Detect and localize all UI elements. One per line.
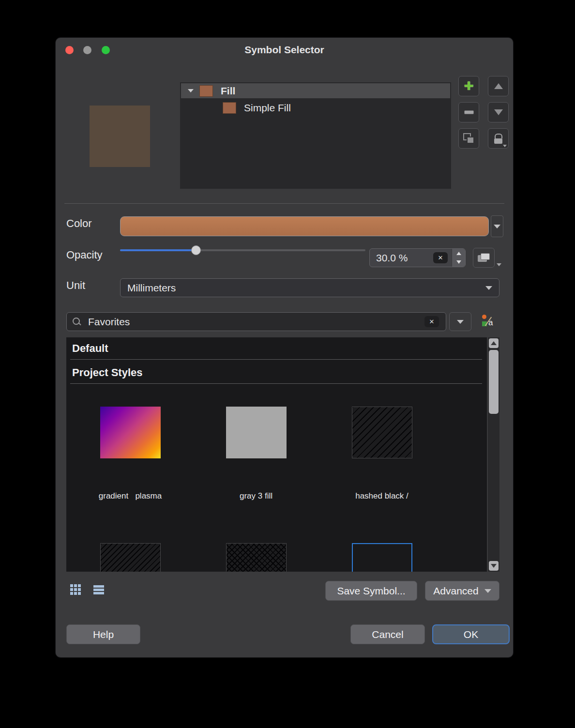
section-heading-default: Default	[72, 342, 108, 355]
style-item-gray-3-fill[interactable]	[226, 407, 287, 458]
opacity-value-field[interactable]: 30.0 % ✕	[370, 249, 452, 267]
expand-arrow-icon[interactable]	[188, 89, 194, 92]
marker-dot-icon	[482, 315, 486, 319]
unit-combobox[interactable]: Millimeters	[120, 278, 499, 297]
lock-icon	[494, 134, 502, 144]
advanced-button[interactable]: Advanced	[425, 581, 499, 601]
scroll-down-button[interactable]	[489, 561, 499, 571]
slider-fill	[120, 249, 196, 251]
lock-color-button[interactable]	[488, 128, 509, 149]
spinner-buttons	[452, 249, 465, 267]
tree-label-fill: Fill	[221, 85, 235, 97]
add-icon: ✚	[464, 80, 473, 92]
icon-view-button[interactable]	[68, 582, 83, 597]
add-symbol-layer-button[interactable]: ✚	[458, 76, 479, 96]
opacity-label: Opacity	[66, 249, 103, 261]
style-item-label: hashed black /	[319, 491, 445, 501]
scrollbar-thumb[interactable]	[489, 350, 499, 414]
data-defined-override-button[interactable]	[473, 248, 495, 268]
clear-icon: ✕	[429, 318, 435, 325]
unit-label: Unit	[66, 279, 85, 292]
close-window-button[interactable]	[65, 46, 74, 54]
simple-fill-swatch-icon	[223, 102, 236, 114]
help-button[interactable]: Help	[66, 624, 140, 644]
move-layer-up-button[interactable]	[488, 76, 509, 96]
symbol-selector-dialog: Symbol Selector Fill Simple Fill ✚	[56, 38, 513, 657]
style-manager-button[interactable]: a	[481, 313, 497, 330]
color-label: Color	[66, 217, 92, 230]
arrow-up-icon	[494, 83, 503, 89]
cancel-button[interactable]: Cancel	[350, 624, 425, 644]
section-divider	[64, 203, 504, 204]
grid-view-icon	[70, 584, 73, 587]
symbol-layer-tree: Fill Simple Fill	[180, 82, 451, 189]
style-item-label: gray 3 fill	[193, 491, 319, 501]
opacity-value: 30.0 %	[376, 252, 408, 264]
label-letter-icon: a	[488, 318, 493, 328]
chevron-down-icon	[457, 320, 464, 324]
list-view-icon	[93, 585, 104, 588]
data-defined-override-icon	[478, 253, 490, 263]
saved-styles-panel: Default Project Styles gradient plasma g…	[66, 337, 487, 572]
section-divider	[70, 383, 482, 384]
remove-symbol-layer-button[interactable]	[458, 102, 479, 122]
chevron-down-icon	[484, 589, 491, 593]
arrow-down-icon	[494, 109, 503, 115]
arrow-down-icon	[491, 564, 497, 568]
save-symbol-label: Save Symbol...	[337, 585, 405, 597]
cancel-label: Cancel	[372, 629, 403, 640]
clear-search-button[interactable]: ✕	[424, 316, 439, 327]
ok-button[interactable]: OK	[432, 624, 510, 644]
opacity-slider[interactable]	[120, 243, 365, 258]
color-button[interactable]	[120, 216, 489, 236]
style-item-blue-outline[interactable]	[352, 543, 412, 572]
section-divider	[70, 359, 482, 360]
scroll-up-button[interactable]	[489, 338, 499, 348]
advanced-label: Advanced	[433, 585, 478, 597]
style-item-label: gradient plasma	[67, 491, 193, 501]
help-label: Help	[93, 629, 114, 640]
list-view-button[interactable]	[91, 582, 106, 597]
tree-row-fill[interactable]: Fill	[181, 83, 450, 98]
move-layer-down-button[interactable]	[488, 102, 509, 122]
style-filter-input[interactable]: Favorites ✕	[66, 312, 446, 331]
minimize-window-button[interactable]	[83, 46, 91, 54]
style-item-crosshatch[interactable]	[226, 543, 287, 572]
opacity-spinbox[interactable]: 30.0 % ✕	[369, 248, 466, 267]
window-title: Symbol Selector	[56, 38, 513, 62]
style-item-hatch[interactable]	[100, 543, 161, 572]
lock-dropdown-caret-icon	[503, 145, 507, 147]
tree-row-simple-fill[interactable]: Simple Fill	[181, 100, 450, 115]
tree-label-simple-fill: Simple Fill	[244, 102, 291, 114]
clear-icon: ✕	[438, 254, 443, 261]
ok-label: OK	[464, 629, 478, 640]
section-heading-project-styles: Project Styles	[72, 366, 143, 379]
zoom-window-button[interactable]	[102, 46, 110, 54]
chevron-down-icon	[485, 286, 492, 290]
filter-dropdown-button[interactable]	[449, 312, 471, 331]
search-icon	[73, 318, 81, 326]
desktop-background: Symbol Selector Fill Simple Fill ✚	[0, 0, 575, 728]
unit-value: Millimeters	[127, 282, 176, 294]
symbol-preview-swatch	[90, 106, 150, 167]
titlebar: Symbol Selector	[56, 38, 513, 62]
duplicate-icon	[463, 133, 475, 144]
clear-value-button[interactable]: ✕	[433, 252, 448, 263]
chevron-down-icon	[494, 225, 500, 228]
spinner-up-icon	[456, 252, 461, 255]
duplicate-layer-button[interactable]	[458, 128, 479, 149]
styles-scrollbar[interactable]	[488, 337, 499, 572]
save-symbol-button[interactable]: Save Symbol...	[325, 581, 417, 601]
style-filter-value: Favorites	[88, 316, 130, 328]
spinner-down-button[interactable]	[452, 258, 465, 267]
remove-icon	[464, 110, 474, 114]
color-dropdown-button[interactable]	[491, 215, 503, 237]
style-item-gradient-plasma[interactable]	[100, 407, 161, 458]
override-dropdown-caret-icon[interactable]	[497, 263, 501, 266]
style-item-hashed-black[interactable]	[352, 407, 412, 458]
spinner-down-icon	[456, 260, 461, 264]
fill-swatch-icon	[199, 85, 213, 97]
spinner-up-button[interactable]	[452, 249, 465, 258]
arrow-up-icon	[491, 341, 497, 345]
slider-handle[interactable]	[191, 245, 201, 255]
